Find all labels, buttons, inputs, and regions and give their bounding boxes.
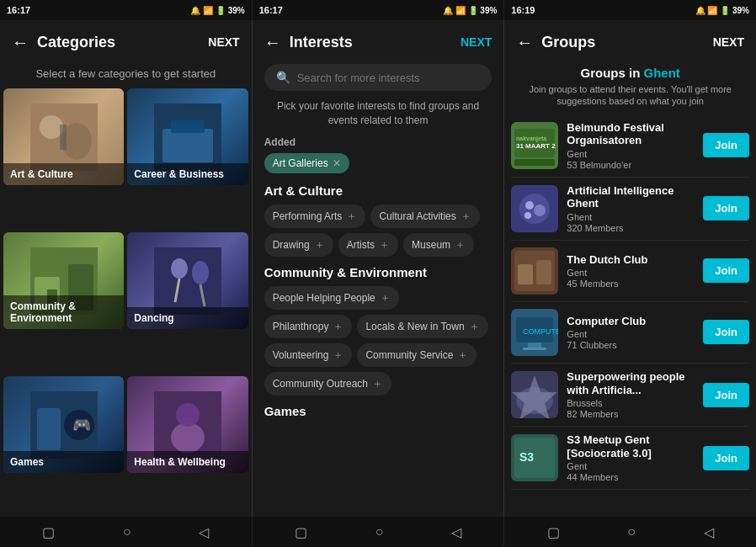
tag-label: Philanthropy — [273, 321, 329, 332]
group-item-computer-club: COMPUTER Computer Club Gent 71 Clubbers … — [511, 302, 749, 364]
category-item-games[interactable]: 🎮 Games — [3, 376, 124, 473]
tag-label: Drawing — [273, 239, 310, 251]
categories-back-button[interactable]: ← — [12, 33, 29, 52]
nav-circle-icon-1[interactable]: ○ — [123, 524, 131, 539]
join-button-computer-club[interactable]: Join — [703, 320, 749, 344]
group-city-superpowering: Brussels — [567, 398, 695, 408]
join-button-belmundo[interactable]: Join — [703, 133, 749, 157]
nav-back-icon-1[interactable]: ◁ — [199, 524, 209, 540]
tag-volunteering[interactable]: Volunteering ＋ — [264, 343, 353, 367]
category-item-career[interactable]: Career & Business — [127, 88, 248, 185]
join-button-dutch-club[interactable]: Join — [703, 258, 749, 283]
time-1: 16:17 — [7, 5, 30, 15]
group-info-belmundo: Belmundo Festival Organisatoren Gent 53 … — [567, 121, 695, 170]
svg-point-31 — [534, 204, 546, 216]
tag-plus-icon: ＋ — [380, 290, 391, 305]
tag-label: Volunteering — [273, 349, 329, 361]
svg-text:S3: S3 — [519, 450, 534, 464]
tag-label: Cultural Activities — [379, 210, 455, 222]
svg-point-30 — [525, 201, 534, 210]
tag-drawing[interactable]: Drawing ＋ — [264, 233, 333, 257]
svg-rect-35 — [518, 264, 533, 284]
panel-categories: ← Categories NEXT Select a few categorie… — [0, 20, 253, 517]
group-city-computer-club: Gent — [567, 329, 695, 339]
categories-header: ← Categories NEXT — [0, 20, 252, 64]
interests-back-button[interactable]: ← — [264, 33, 281, 52]
group-city-belmundo: Gent — [567, 149, 695, 159]
tag-label: Community Outreach — [273, 378, 368, 390]
join-button-s3-meetup[interactable]: Join — [703, 446, 749, 470]
category-label-dancing: Dancing — [127, 307, 248, 329]
nav-circle-icon-3[interactable]: ○ — [627, 524, 636, 539]
panel-groups: ← Groups NEXT Groups in Ghent Join group… — [504, 20, 756, 517]
category-item-health[interactable]: Health & Wellbeing — [127, 376, 248, 473]
time-2: 16:17 — [259, 5, 283, 15]
category-item-community[interactable]: Community &Environment — [3, 232, 124, 329]
tag-plus-icon: ＋ — [333, 319, 343, 334]
category-item-dancing[interactable]: Dancing — [127, 232, 248, 329]
interests-search-bar[interactable]: 🔍 — [264, 64, 492, 91]
tag-plus-icon: ＋ — [461, 209, 471, 224]
categories-next-button[interactable]: NEXT — [208, 35, 239, 49]
tag-plus-icon: ＋ — [457, 348, 468, 363]
tag-label: Community Service — [365, 349, 453, 361]
tag-chip-remove[interactable]: ✕ — [333, 157, 341, 169]
svg-rect-11 — [154, 247, 221, 315]
tag-locals-new[interactable]: Locals & New in Town ＋ — [357, 315, 487, 338]
nav-back-icon-2[interactable]: ◁ — [451, 524, 461, 540]
groups-back-button[interactable]: ← — [516, 33, 533, 52]
tag-performing-arts[interactable]: Performing Arts ＋ — [264, 204, 366, 228]
tag-plus-icon: ＋ — [314, 237, 325, 252]
svg-text:31 MAART 2: 31 MAART 2 — [516, 142, 556, 150]
group-members-dutch-club: 45 Members — [567, 279, 695, 289]
category-label-art: Art & Culture — [3, 163, 124, 185]
group-name-computer-club: Computer Club — [567, 315, 695, 328]
nav-square-icon-1[interactable]: ▢ — [42, 524, 55, 540]
tag-people-helping[interactable]: People Helping People ＋ — [264, 286, 399, 310]
tag-plus-icon: ＋ — [333, 348, 343, 363]
group-info-dutch-club: The Dutch Club Gent 45 Members — [567, 253, 695, 289]
groups-next-button[interactable]: NEXT — [713, 35, 744, 49]
nav-back-icon-3[interactable]: ◁ — [704, 524, 714, 540]
community-interest-tags: People Helping People ＋ Philanthropy ＋ L… — [264, 286, 492, 396]
category-label-games: Games — [3, 451, 124, 473]
categories-title: Categories — [37, 34, 208, 51]
group-name-s3-meetup: S3 Meetup Gent [Sociocratie 3.0] — [567, 433, 695, 459]
tag-philanthropy[interactable]: Philanthropy ＋ — [264, 315, 353, 338]
tag-cultural-activities[interactable]: Cultural Activities ＋ — [370, 204, 479, 228]
status-icons-2: 🔔 📶 🔋 39% — [443, 6, 497, 15]
svg-text:COMPUTER: COMPUTER — [523, 327, 558, 336]
groups-city-title: Groups in Ghent — [504, 64, 756, 82]
svg-point-21 — [171, 422, 205, 453]
nav-square-icon-2[interactable]: ▢ — [295, 524, 307, 540]
tag-artists[interactable]: Artists ＋ — [338, 233, 398, 257]
nav-circle-icon-2[interactable]: ○ — [375, 524, 384, 539]
tag-plus-icon: ＋ — [379, 237, 390, 252]
tag-community-service[interactable]: Community Service ＋ — [357, 343, 476, 367]
categories-grid: Art & Culture Career & Business — [0, 88, 252, 517]
tag-plus-icon: ＋ — [469, 319, 480, 334]
join-button-superpowering[interactable]: Join — [703, 383, 749, 407]
status-segment-3: 16:19 🔔 📶 🔋 39% — [504, 0, 756, 20]
group-members-superpowering: 82 Members — [567, 409, 695, 419]
join-button-ai-ghent[interactable]: Join — [703, 196, 749, 220]
interests-pick-text: Pick your favorite interests to find gro… — [253, 99, 504, 136]
group-members-belmundo: 53 Belmundo'er — [567, 160, 695, 170]
svg-rect-5 — [162, 129, 213, 162]
category-item-art[interactable]: Art & Culture — [3, 88, 124, 185]
search-input[interactable] — [297, 72, 481, 84]
nav-square-icon-3[interactable]: ▢ — [547, 524, 560, 540]
groups-in-label: Groups in — [581, 66, 641, 80]
bottom-nav-2: ▢ ○ ◁ — [253, 517, 505, 547]
status-segment-2: 16:17 🔔 📶 🔋 39% — [253, 0, 505, 20]
tag-community-outreach[interactable]: Community Outreach ＋ — [264, 372, 391, 396]
tag-chip-art-galleries[interactable]: Art Galleries ✕ — [264, 153, 349, 173]
tag-museum[interactable]: Museum ＋ — [403, 233, 474, 257]
interests-next-button[interactable]: NEXT — [461, 35, 492, 49]
category-label-career: Career & Business — [127, 163, 248, 185]
group-city-s3-meetup: Gent — [567, 461, 695, 471]
section-title-games: Games — [264, 404, 492, 418]
categories-subtitle: Select a few categories to get started — [0, 64, 252, 88]
time-3: 16:19 — [511, 5, 535, 15]
svg-point-22 — [176, 403, 200, 427]
